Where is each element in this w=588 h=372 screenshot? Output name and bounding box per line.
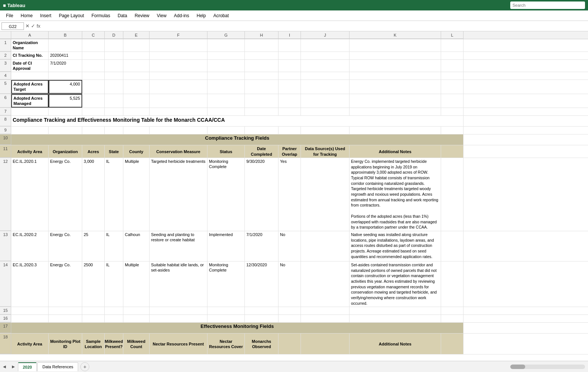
menu-insert[interactable]: Insert — [37, 12, 54, 19]
fx-confirm[interactable]: ✓ — [31, 23, 35, 29]
cell-f4[interactable] — [150, 72, 207, 80]
cell-d14[interactable]: IL — [105, 261, 123, 307]
cell-g13[interactable]: Implemented — [207, 231, 245, 261]
cell-d4[interactable] — [105, 72, 123, 80]
cell-d5[interactable] — [105, 80, 123, 94]
cell-g5[interactable] — [207, 80, 245, 94]
cell-c14[interactable]: 2500 — [82, 261, 105, 307]
cell-c4[interactable] — [82, 72, 105, 80]
col-header-f[interactable]: F — [150, 31, 207, 39]
cell-g14[interactable]: Monitoring Complete — [207, 261, 245, 307]
cell-f7[interactable] — [150, 108, 207, 115]
cell-k12[interactable]: Energy Co. implemented targeted herbicid… — [350, 158, 441, 231]
cell-i2[interactable] — [278, 52, 301, 59]
cell-h12[interactable]: 9/30/2020 — [245, 158, 278, 231]
cell-k5[interactable] — [350, 80, 441, 94]
cell-c1[interactable] — [82, 39, 105, 52]
cell-c16[interactable] — [82, 315, 105, 322]
cell-k9[interactable] — [350, 127, 441, 134]
cell-k4[interactable] — [350, 72, 441, 80]
cell-g9[interactable] — [207, 127, 245, 134]
cell-g3[interactable] — [207, 60, 245, 72]
cell-j4[interactable] — [301, 72, 350, 80]
cell-e2[interactable] — [123, 52, 150, 59]
cell-a14[interactable]: EC.IL.2020.3 — [11, 261, 49, 307]
cell-j14[interactable] — [301, 261, 350, 307]
cell-l3[interactable] — [441, 60, 464, 72]
cell-g7[interactable] — [207, 108, 245, 115]
cell-i16[interactable] — [278, 315, 301, 322]
col-header-a[interactable]: A — [11, 31, 49, 39]
col-header-l[interactable]: L — [441, 31, 464, 39]
cell-k15[interactable] — [350, 307, 441, 314]
cell-g1[interactable] — [207, 39, 245, 52]
cell-l9[interactable] — [441, 127, 464, 134]
cell-b13[interactable]: Energy Co. — [49, 231, 82, 261]
cell-a16[interactable] — [11, 315, 49, 322]
cell-c2[interactable] — [82, 52, 105, 59]
menu-review[interactable]: Review — [132, 12, 152, 19]
cell-f3[interactable] — [150, 60, 207, 72]
cell-e16[interactable] — [123, 315, 150, 322]
cell-i3[interactable] — [278, 60, 301, 72]
menu-help[interactable]: Help — [194, 12, 209, 19]
cell-h3[interactable] — [245, 60, 278, 72]
cell-b4[interactable] — [49, 72, 82, 80]
cell-c6[interactable] — [82, 94, 105, 108]
cell-h14[interactable]: 12/30/2020 — [245, 261, 278, 307]
cell-j7[interactable] — [301, 108, 350, 115]
cell-f5[interactable] — [150, 80, 207, 94]
cell-d15[interactable] — [105, 307, 123, 314]
cell-l14[interactable] — [441, 261, 464, 307]
cell-i6[interactable] — [278, 94, 301, 108]
cell-a13[interactable]: EC.IL.2020.2 — [11, 231, 49, 261]
cell-c3[interactable] — [82, 60, 105, 72]
cell-h5[interactable] — [245, 80, 278, 94]
cell-d13[interactable]: IL — [105, 231, 123, 261]
cell-b5[interactable]: 4,000 — [49, 80, 82, 94]
cell-b9[interactable] — [49, 127, 82, 134]
cell-e12[interactable]: Multiple — [123, 158, 150, 231]
cell-j1[interactable] — [301, 39, 350, 52]
cell-i12[interactable]: Yes — [278, 158, 301, 231]
cell-f9[interactable] — [150, 127, 207, 134]
col-header-b[interactable]: B — [49, 31, 82, 39]
cell-e4[interactable] — [123, 72, 150, 80]
cell-h9[interactable] — [245, 127, 278, 134]
menu-formulas[interactable]: Formulas — [89, 12, 113, 19]
cell-h16[interactable] — [245, 315, 278, 322]
cell-d12[interactable]: IL — [105, 158, 123, 231]
col-header-g[interactable]: G — [207, 31, 245, 39]
cell-e3[interactable] — [123, 60, 150, 72]
cell-e6[interactable] — [123, 94, 150, 108]
cell-a1[interactable]: Organization Name — [11, 39, 49, 52]
cell-j12[interactable] — [301, 158, 350, 231]
cell-b6[interactable]: 5,525 — [49, 94, 82, 108]
cell-h7[interactable] — [245, 108, 278, 115]
cell-c5[interactable] — [82, 80, 105, 94]
cell-c13[interactable]: 25 — [82, 231, 105, 261]
cell-k13[interactable]: Native seeding was installed along struc… — [350, 231, 441, 261]
cell-h4[interactable] — [245, 72, 278, 80]
cell-f15[interactable] — [150, 307, 207, 314]
cell-k7[interactable] — [350, 108, 441, 115]
cell-j15[interactable] — [301, 307, 350, 314]
cell-h1[interactable] — [245, 39, 278, 52]
cell-l12[interactable] — [441, 158, 464, 231]
formula-input[interactable] — [42, 24, 587, 29]
cell-k14[interactable]: Set-asides contained transmission corrid… — [350, 261, 441, 307]
cell-j2[interactable] — [301, 52, 350, 59]
cell-a5[interactable]: Adopted Acres Target — [11, 80, 49, 94]
cell-j13[interactable] — [301, 231, 350, 261]
cell-f1[interactable] — [150, 39, 207, 52]
cell-a4[interactable] — [11, 72, 49, 80]
cell-c7[interactable] — [82, 108, 105, 115]
col-header-i[interactable]: I — [278, 31, 301, 39]
cell-f12[interactable]: Targeted herbicide treatments — [150, 158, 207, 231]
cell-j5[interactable] — [301, 80, 350, 94]
cell-c12[interactable]: 3,000 — [82, 158, 105, 231]
cell-j16[interactable] — [301, 315, 350, 322]
cell-l13[interactable] — [441, 231, 464, 261]
cell-l5[interactable] — [441, 80, 464, 94]
cell-d7[interactable] — [105, 108, 123, 115]
